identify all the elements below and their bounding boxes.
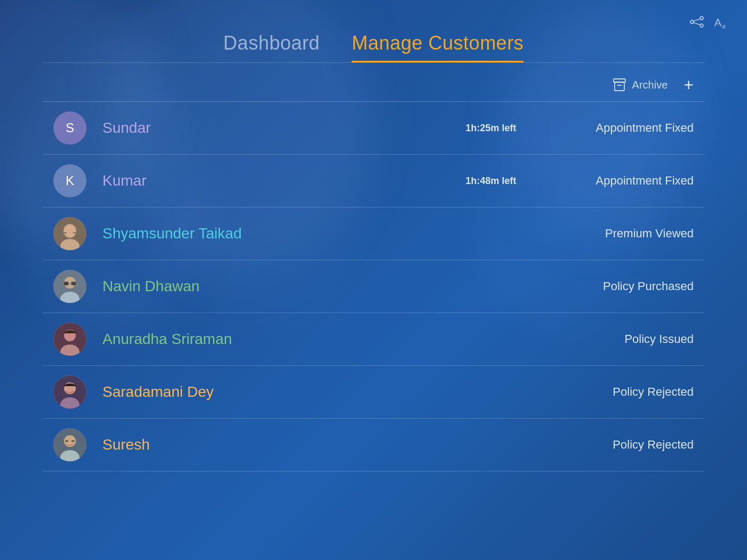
archive-label: Archive bbox=[632, 79, 668, 91]
avatar: K bbox=[53, 164, 86, 197]
customer-status: Appointment Fixed bbox=[544, 174, 694, 188]
customer-name: Sundar bbox=[102, 119, 438, 137]
svg-line-8 bbox=[694, 23, 700, 25]
navigation-tabs: Dashboard Manage Customers bbox=[0, 0, 747, 62]
customer-timer: 1h:25m left bbox=[438, 123, 544, 134]
add-customer-button[interactable]: + bbox=[684, 76, 694, 93]
svg-point-4 bbox=[700, 17, 703, 20]
customer-name: Kumar bbox=[102, 172, 438, 189]
customer-name: Suresh bbox=[102, 436, 438, 453]
customer-row[interactable]: S Sundar 1h:25m left Appointment Fixed bbox=[43, 102, 704, 155]
customer-name: Navin Dhawan bbox=[102, 278, 438, 295]
customer-status: Policy Rejected bbox=[544, 438, 694, 452]
customer-name: Anuradha Sriraman bbox=[102, 331, 438, 348]
svg-rect-23 bbox=[63, 282, 69, 285]
customer-timer: 1h:48m left bbox=[438, 175, 544, 187]
archive-icon bbox=[612, 77, 627, 92]
avatar bbox=[53, 428, 86, 461]
svg-point-5 bbox=[700, 24, 703, 27]
customer-row[interactable]: Anuradha Sriraman Policy Issued bbox=[43, 313, 704, 366]
main-content: Aअ Dashboard Manage Customers Archive + … bbox=[0, 0, 747, 560]
svg-point-36 bbox=[71, 440, 75, 442]
action-bar: Archive + bbox=[0, 63, 747, 101]
customer-row[interactable]: Suresh Policy Rejected bbox=[43, 419, 704, 471]
customer-status: Policy Purchased bbox=[544, 279, 694, 293]
customer-list: S Sundar 1h:25m left Appointment Fixed K… bbox=[43, 101, 704, 560]
font-size-icon[interactable]: Aअ bbox=[714, 17, 726, 30]
svg-point-6 bbox=[690, 20, 694, 23]
top-icons-bar: Aअ bbox=[690, 16, 726, 31]
avatar bbox=[53, 217, 86, 250]
avatar bbox=[53, 375, 86, 409]
avatar bbox=[53, 270, 86, 303]
avatar: S bbox=[53, 111, 86, 145]
customer-row[interactable]: Saradamani Dey Policy Rejected bbox=[43, 366, 704, 419]
tab-manage-customers[interactable]: Manage Customers bbox=[352, 32, 523, 62]
svg-point-35 bbox=[65, 440, 68, 442]
customer-status: Policy Rejected bbox=[544, 385, 694, 399]
customer-row[interactable]: Shyamsunder Taikad Premium Viewed bbox=[43, 207, 704, 260]
avatar bbox=[53, 323, 86, 356]
customer-name: Saradamani Dey bbox=[102, 383, 438, 401]
svg-rect-17 bbox=[73, 232, 76, 234]
customer-row[interactable]: K Kumar 1h:48m left Appointment Fixed bbox=[43, 155, 704, 207]
customer-row[interactable]: Navin Dhawan Policy Purchased bbox=[43, 260, 704, 313]
tab-dashboard[interactable]: Dashboard bbox=[224, 32, 320, 62]
svg-line-7 bbox=[694, 19, 700, 21]
svg-rect-10 bbox=[615, 82, 624, 91]
svg-rect-24 bbox=[71, 282, 76, 285]
customer-name: Shyamsunder Taikad bbox=[102, 225, 438, 242]
archive-button[interactable]: Archive bbox=[612, 77, 668, 92]
customer-status: Premium Viewed bbox=[544, 227, 694, 241]
svg-point-15 bbox=[65, 226, 75, 236]
svg-rect-16 bbox=[64, 232, 67, 234]
customer-status: Appointment Fixed bbox=[544, 121, 694, 135]
customer-status: Policy Issued bbox=[544, 332, 694, 346]
share-icon[interactable] bbox=[690, 16, 704, 31]
